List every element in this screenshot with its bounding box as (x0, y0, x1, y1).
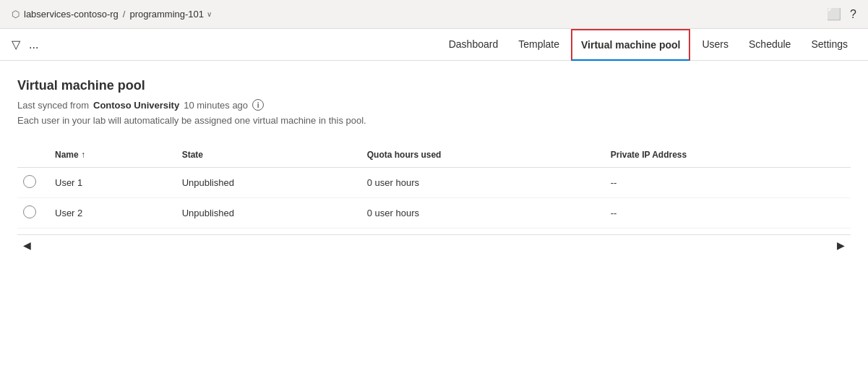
row-2-quota: 0 user hours (358, 197, 602, 228)
radio-button[interactable] (23, 205, 36, 218)
sync-info: Last synced from Contoso University 10 m… (17, 99, 851, 111)
breadcrumb-lab[interactable]: programming-101 ∨ (129, 9, 212, 20)
breadcrumb: ⬡ labservices-contoso-rg / programming-1… (12, 9, 212, 20)
toolbar: ▽ ... Dashboard Template Virtual machine… (0, 29, 868, 61)
table: Name ↑ State Quota hours used Private IP… (17, 142, 851, 229)
top-bar: ⬡ labservices-contoso-rg / programming-1… (0, 0, 868, 29)
tab-schedule[interactable]: Schedule (740, 29, 799, 61)
top-bar-actions: ⬜ ? (827, 7, 856, 21)
th-name[interactable]: Name ↑ (46, 142, 173, 168)
sync-suffix: 10 minutes ago (184, 100, 248, 111)
th-select (17, 142, 46, 168)
tab-virtual-machine-pool[interactable]: Virtual machine pool (571, 29, 690, 61)
table-row: User 1 Unpublished 0 user hours -- (17, 167, 851, 197)
table-body: User 1 Unpublished 0 user hours -- User … (17, 167, 851, 228)
page-title: Virtual machine pool (17, 78, 851, 93)
tab-users[interactable]: Users (693, 29, 737, 61)
row-1-select[interactable] (17, 167, 46, 197)
th-quota: Quota hours used (358, 142, 602, 168)
table-row: User 2 Unpublished 0 user hours -- (17, 197, 851, 228)
tab-dashboard[interactable]: Dashboard (440, 29, 507, 61)
breadcrumb-resource-group[interactable]: labservices-contoso-rg (24, 9, 119, 20)
page-description: Each user in your lab will automatically… (17, 114, 851, 128)
sync-prefix: Last synced from (17, 100, 89, 111)
th-state: State (173, 142, 358, 168)
row-1-state: Unpublished (173, 167, 358, 197)
help-icon[interactable]: ? (850, 8, 856, 21)
main-content: Virtual machine pool Last synced from Co… (0, 61, 868, 255)
sync-source: Contoso University (93, 100, 179, 111)
more-options-icon[interactable]: ... (29, 38, 38, 51)
chevron-down-icon: ∨ (207, 10, 212, 18)
row-2-select[interactable] (17, 197, 46, 228)
scroll-right-arrow[interactable]: ▶ (831, 239, 851, 251)
horizontal-scrollbar: ◀ ▶ (17, 234, 851, 255)
tab-settings[interactable]: Settings (802, 29, 856, 61)
radio-button[interactable] (23, 175, 36, 188)
filter-icon[interactable]: ▽ (12, 38, 20, 51)
resource-group-icon: ⬡ (12, 9, 20, 20)
row-1-quota: 0 user hours (358, 167, 602, 197)
navigation-tabs: Dashboard Template Virtual machine pool … (440, 29, 856, 61)
row-1-name: User 1 (46, 167, 173, 197)
tab-template[interactable]: Template (510, 29, 568, 61)
row-2-ip: -- (602, 197, 851, 228)
row-2-state: Unpublished (173, 197, 358, 228)
row-2-name: User 2 (46, 197, 173, 228)
table-header-row: Name ↑ State Quota hours used Private IP… (17, 142, 851, 168)
toolbar-actions: ▽ ... (12, 38, 38, 51)
breadcrumb-separator: / (123, 9, 126, 20)
th-ip: Private IP Address (602, 142, 851, 168)
monitor-icon[interactable]: ⬜ (827, 7, 841, 21)
scroll-left-arrow[interactable]: ◀ (17, 239, 37, 251)
row-1-ip: -- (602, 167, 851, 197)
vm-pool-table: Name ↑ State Quota hours used Private IP… (17, 142, 851, 255)
info-icon[interactable]: i (252, 99, 264, 111)
